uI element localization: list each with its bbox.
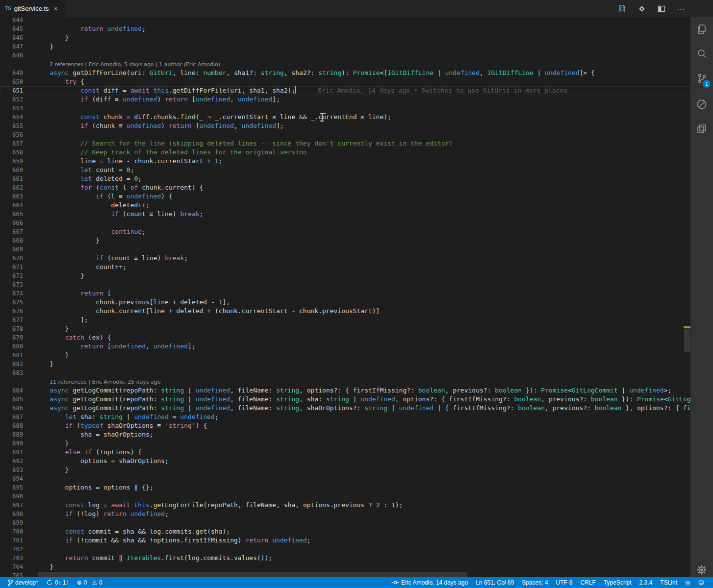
codelens-text: 11 references | Eric Amodio, 25 days ago	[34, 377, 690, 386]
code-text: async getDiffForLine(uri: GitUri, line: …	[34, 69, 690, 77]
code-line: 660 let count = 0;	[0, 166, 690, 174]
line-number: 656	[0, 130, 34, 139]
code-line: 695 options = options ‖ {};	[0, 483, 690, 492]
codelens-row[interactable]: 2 references | Eric Amodio, 5 days ago |…	[0, 60, 690, 69]
split-editor-icon[interactable]	[657, 4, 666, 13]
codelens-row[interactable]: 11 references | Eric Amodio, 25 days ago	[0, 377, 690, 386]
gitlens-icon[interactable]	[637, 4, 646, 13]
line-number: 680	[0, 342, 34, 351]
problems-item[interactable]: ⊗ 0 ⚠ 0	[73, 577, 106, 588]
vertical-scrollbar-slider[interactable]	[684, 329, 690, 352]
debug-icon[interactable]	[690, 93, 713, 116]
code-line: 702	[0, 545, 690, 554]
line-number: 652	[0, 95, 34, 104]
code-text: const diff = await this.getDiffForFile(u…	[34, 86, 690, 95]
line-number: 660	[0, 166, 34, 174]
git-branch-item[interactable]: develop*	[4, 577, 42, 588]
explorer-icon[interactable]	[690, 18, 713, 41]
code-line: 676 chunk.current[line + deleted + (chun…	[0, 307, 690, 316]
code-text	[34, 219, 690, 227]
code-text: let sha: string | undefined = undefined;	[34, 413, 690, 421]
horizontal-scrollbar[interactable]	[34, 571, 684, 577]
code-text: continue;	[34, 227, 690, 236]
code-line: 644	[0, 17, 690, 24]
code-line: 666	[0, 219, 690, 227]
editor[interactable]: 644645 return undefined;646 }647 }6482 r…	[0, 17, 690, 577]
line-number: 696	[0, 492, 34, 501]
extensions-icon[interactable]	[690, 118, 713, 140]
line-number: 675	[0, 298, 34, 307]
line-number	[0, 377, 34, 386]
commit-icon	[391, 580, 399, 586]
code-text: chunk.current[line + deleted + (chunk.cu…	[34, 307, 690, 316]
feedback-icon[interactable]: ◎	[681, 577, 694, 588]
tslint-item[interactable]: TSLint	[656, 577, 681, 588]
code-line: 671 count++;	[0, 263, 690, 271]
line-number: 703	[0, 554, 34, 563]
code-line: 655 if (chunk ≡ undefined) return [undef…	[0, 122, 690, 130]
source-control-icon[interactable]: 1	[690, 67, 713, 90]
code-text	[34, 492, 690, 501]
code-line: 681 }	[0, 351, 690, 360]
line-number: 679	[0, 333, 34, 342]
line-number: 699	[0, 518, 34, 527]
line-number: 648	[0, 51, 34, 60]
indentation-item[interactable]: Spaces: 4	[518, 577, 552, 588]
line-number: 646	[0, 33, 34, 42]
inline-blame-annotation: Eric Amodio, 14 days ago • Switches to u…	[296, 87, 567, 94]
blame-item[interactable]: Eric Amodio, 14 days ago	[387, 577, 472, 588]
code-line: 670 if (count ≡ line) break;	[0, 254, 690, 263]
line-number: 690	[0, 439, 34, 448]
code-text: options = options ‖ {};	[34, 483, 690, 492]
ts-version-item[interactable]: 2.3.4	[636, 577, 657, 588]
more-actions-icon[interactable]: ···	[677, 4, 686, 13]
code-text: options = shaOrOptions;	[34, 457, 690, 466]
code-line: 697 const log = await this.getLogForFile…	[0, 501, 690, 510]
code-line: 646 }	[0, 33, 690, 42]
line-number: 674	[0, 289, 34, 298]
tab-gitservice[interactable]: TS gitService.ts ×	[0, 0, 65, 17]
code-line: 684 async getLogCommit(repoPath: string …	[0, 386, 690, 395]
smiley-icon[interactable]: ☺	[694, 577, 708, 588]
search-icon[interactable]	[690, 43, 713, 65]
sync-item[interactable]: 0↓ 1↑	[42, 577, 73, 588]
code-text: if (!commit && sha && !options.firstIfMi…	[34, 536, 690, 545]
code-text: }	[34, 33, 690, 42]
language-mode-item[interactable]: TypeScript	[600, 577, 636, 588]
codelens-text: 2 references | Eric Amodio, 5 days ago |…	[34, 60, 690, 69]
code-line: 650 try {	[0, 77, 690, 86]
code-line: 701 if (!commit && sha && !options.first…	[0, 536, 690, 545]
code-text: }	[34, 271, 690, 280]
vertical-scrollbar[interactable]	[684, 17, 690, 577]
eol-item[interactable]: CRLF	[577, 577, 600, 588]
line-number: 649	[0, 69, 34, 77]
code-line: 648	[0, 51, 690, 60]
code-line: 664 deleted++;	[0, 201, 690, 210]
horizontal-scrollbar-slider[interactable]	[38, 572, 467, 577]
code-text: async getLogCommit(repoPath: string | un…	[34, 395, 690, 404]
code-line: 675 chunk.previous[line + deleted - 1],	[0, 298, 690, 307]
mouse-ibeam-cursor	[320, 113, 324, 122]
sync-count-label: 0↓ 1↑	[55, 579, 69, 586]
line-number: 651	[0, 86, 34, 95]
editor-actions: ···	[618, 0, 686, 17]
line-number: 678	[0, 324, 34, 333]
code-text: return undefined;	[34, 24, 690, 33]
line-number: 667	[0, 227, 34, 236]
code-line: 652 if (diff ≡ undefined) return [undefi…	[0, 95, 690, 104]
encoding-item[interactable]: UTF-8	[552, 577, 577, 588]
line-number: 655	[0, 122, 34, 130]
code-line: 656	[0, 130, 690, 139]
line-number: 647	[0, 42, 34, 51]
close-tab-icon[interactable]: ×	[54, 5, 58, 12]
line-number: 654	[0, 113, 34, 122]
code-text: const log = await this.getLogForFile(rep…	[34, 501, 690, 510]
vscode-window: TS gitService.ts × ··· 644645 return und…	[0, 0, 713, 588]
code-text: if (!log) return undefined;	[34, 510, 690, 518]
open-changes-icon[interactable]	[618, 4, 627, 13]
line-number: 683	[0, 368, 34, 377]
line-number: 657	[0, 139, 34, 148]
line-number: 669	[0, 245, 34, 254]
cursor-position-item[interactable]: Ln 651, Col 69	[472, 577, 518, 588]
code-line: 685 async getLogCommit(repoPath: string …	[0, 395, 690, 404]
